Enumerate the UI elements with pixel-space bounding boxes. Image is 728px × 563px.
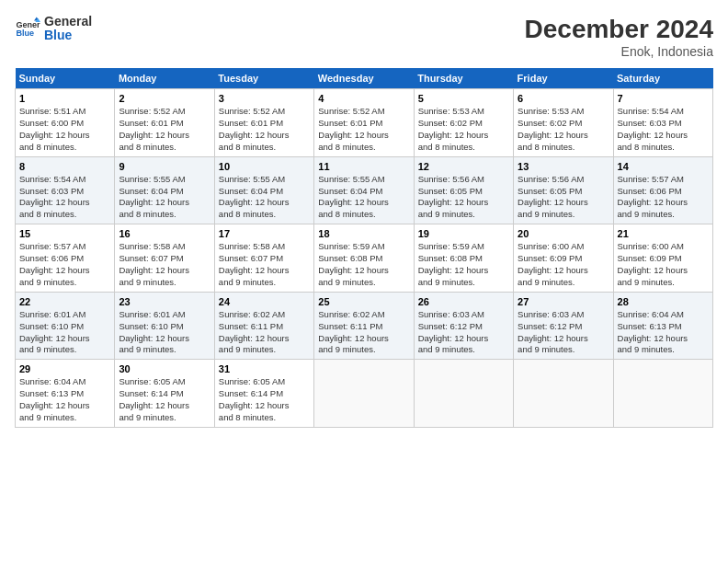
- header-tuesday: Tuesday: [214, 68, 313, 89]
- day-info: Sunrise: 6:02 AM Sunset: 6:11 PM Dayligh…: [219, 309, 310, 356]
- week-row-3: 15Sunrise: 5:57 AM Sunset: 6:06 PM Dayli…: [16, 224, 713, 293]
- day-number: 2: [119, 92, 210, 105]
- day-number: 19: [418, 227, 509, 240]
- day-number: 7: [618, 92, 709, 105]
- logo-blue: Blue: [44, 29, 92, 42]
- header-wednesday: Wednesday: [314, 68, 414, 89]
- day-cell: 22Sunrise: 6:01 AM Sunset: 6:10 PM Dayli…: [16, 292, 115, 360]
- day-info: Sunrise: 6:03 AM Sunset: 6:12 PM Dayligh…: [418, 309, 509, 356]
- day-info: Sunrise: 6:02 AM Sunset: 6:11 PM Dayligh…: [318, 309, 409, 356]
- day-cell: 1Sunrise: 5:51 AM Sunset: 6:00 PM Daylig…: [16, 89, 115, 157]
- day-number: 26: [418, 295, 509, 308]
- day-info: Sunrise: 5:54 AM Sunset: 6:03 PM Dayligh…: [19, 174, 110, 221]
- day-info: Sunrise: 6:01 AM Sunset: 6:10 PM Dayligh…: [19, 309, 110, 356]
- day-cell: [414, 360, 513, 428]
- day-number: 6: [518, 92, 609, 105]
- day-cell: 6Sunrise: 5:53 AM Sunset: 6:02 PM Daylig…: [514, 89, 613, 157]
- week-row-4: 22Sunrise: 6:01 AM Sunset: 6:10 PM Dayli…: [16, 292, 713, 360]
- day-number: 15: [19, 227, 110, 240]
- day-info: Sunrise: 6:04 AM Sunset: 6:13 PM Dayligh…: [19, 376, 110, 423]
- header-friday: Friday: [514, 68, 613, 89]
- day-number: 16: [119, 227, 210, 240]
- calendar-table: SundayMondayTuesdayWednesdayThursdayFrid…: [15, 68, 713, 428]
- page: General Blue General Blue December 2024 …: [0, 0, 728, 563]
- header-sunday: Sunday: [16, 68, 115, 89]
- day-cell: 29Sunrise: 6:04 AM Sunset: 6:13 PM Dayli…: [16, 360, 115, 428]
- day-cell: 18Sunrise: 5:59 AM Sunset: 6:08 PM Dayli…: [314, 224, 414, 293]
- day-cell: 11Sunrise: 5:55 AM Sunset: 6:04 PM Dayli…: [314, 156, 414, 224]
- day-cell: 3Sunrise: 5:52 AM Sunset: 6:01 PM Daylig…: [214, 89, 313, 157]
- svg-text:Blue: Blue: [16, 29, 34, 39]
- week-row-2: 8Sunrise: 5:54 AM Sunset: 6:03 PM Daylig…: [16, 156, 713, 224]
- day-number: 10: [219, 160, 310, 173]
- day-number: 23: [119, 295, 210, 308]
- day-number: 24: [219, 295, 310, 308]
- day-cell: 19Sunrise: 5:59 AM Sunset: 6:08 PM Dayli…: [414, 224, 513, 293]
- day-info: Sunrise: 5:59 AM Sunset: 6:08 PM Dayligh…: [418, 241, 509, 288]
- day-info: Sunrise: 6:00 AM Sunset: 6:09 PM Dayligh…: [618, 241, 709, 288]
- header-thursday: Thursday: [414, 68, 513, 89]
- logo-icon: General Blue: [15, 16, 40, 41]
- day-cell: 2Sunrise: 5:52 AM Sunset: 6:01 PM Daylig…: [115, 89, 214, 157]
- day-number: 3: [219, 92, 310, 105]
- day-number: 14: [618, 160, 709, 173]
- day-cell: 27Sunrise: 6:03 AM Sunset: 6:12 PM Dayli…: [514, 292, 613, 360]
- week-row-5: 29Sunrise: 6:04 AM Sunset: 6:13 PM Dayli…: [16, 360, 713, 428]
- day-cell: 12Sunrise: 5:56 AM Sunset: 6:05 PM Dayli…: [414, 156, 513, 224]
- title-block: December 2024 Enok, Indonesia: [525, 15, 713, 59]
- day-info: Sunrise: 5:54 AM Sunset: 6:03 PM Dayligh…: [618, 106, 709, 153]
- day-info: Sunrise: 5:56 AM Sunset: 6:05 PM Dayligh…: [418, 174, 509, 221]
- day-cell: 24Sunrise: 6:02 AM Sunset: 6:11 PM Dayli…: [214, 292, 313, 360]
- day-cell: 28Sunrise: 6:04 AM Sunset: 6:13 PM Dayli…: [613, 292, 712, 360]
- day-number: 17: [219, 227, 310, 240]
- day-number: 30: [119, 362, 210, 375]
- day-number: 9: [119, 160, 210, 173]
- day-number: 21: [618, 227, 709, 240]
- header: General Blue General Blue December 2024 …: [15, 15, 713, 59]
- day-info: Sunrise: 5:58 AM Sunset: 6:07 PM Dayligh…: [219, 241, 310, 288]
- day-cell: 20Sunrise: 6:00 AM Sunset: 6:09 PM Dayli…: [514, 224, 613, 293]
- day-info: Sunrise: 5:55 AM Sunset: 6:04 PM Dayligh…: [318, 174, 409, 221]
- day-cell: [514, 360, 613, 428]
- week-row-1: 1Sunrise: 5:51 AM Sunset: 6:00 PM Daylig…: [16, 89, 713, 157]
- day-info: Sunrise: 6:01 AM Sunset: 6:10 PM Dayligh…: [119, 309, 210, 356]
- day-cell: 8Sunrise: 5:54 AM Sunset: 6:03 PM Daylig…: [16, 156, 115, 224]
- day-info: Sunrise: 6:00 AM Sunset: 6:09 PM Dayligh…: [518, 241, 609, 288]
- day-cell: 23Sunrise: 6:01 AM Sunset: 6:10 PM Dayli…: [115, 292, 214, 360]
- day-info: Sunrise: 6:04 AM Sunset: 6:13 PM Dayligh…: [618, 309, 709, 356]
- day-number: 25: [318, 295, 409, 308]
- day-cell: 30Sunrise: 6:05 AM Sunset: 6:14 PM Dayli…: [115, 360, 214, 428]
- day-info: Sunrise: 5:51 AM Sunset: 6:00 PM Dayligh…: [19, 106, 110, 153]
- day-cell: 4Sunrise: 5:52 AM Sunset: 6:01 PM Daylig…: [314, 89, 414, 157]
- day-cell: 16Sunrise: 5:58 AM Sunset: 6:07 PM Dayli…: [115, 224, 214, 293]
- day-cell: 26Sunrise: 6:03 AM Sunset: 6:12 PM Dayli…: [414, 292, 513, 360]
- day-info: Sunrise: 5:57 AM Sunset: 6:06 PM Dayligh…: [19, 241, 110, 288]
- day-info: Sunrise: 6:05 AM Sunset: 6:14 PM Dayligh…: [219, 376, 310, 423]
- header-row: SundayMondayTuesdayWednesdayThursdayFrid…: [16, 68, 713, 89]
- day-info: Sunrise: 5:53 AM Sunset: 6:02 PM Dayligh…: [418, 106, 509, 153]
- day-number: 28: [618, 295, 709, 308]
- day-info: Sunrise: 5:58 AM Sunset: 6:07 PM Dayligh…: [119, 241, 210, 288]
- day-number: 13: [518, 160, 609, 173]
- day-cell: 10Sunrise: 5:55 AM Sunset: 6:04 PM Dayli…: [214, 156, 313, 224]
- day-cell: 13Sunrise: 5:56 AM Sunset: 6:05 PM Dayli…: [514, 156, 613, 224]
- day-cell: 7Sunrise: 5:54 AM Sunset: 6:03 PM Daylig…: [613, 89, 712, 157]
- day-number: 8: [19, 160, 110, 173]
- day-info: Sunrise: 5:52 AM Sunset: 6:01 PM Dayligh…: [119, 106, 210, 153]
- day-info: Sunrise: 5:53 AM Sunset: 6:02 PM Dayligh…: [518, 106, 609, 153]
- subtitle: Enok, Indonesia: [525, 44, 713, 59]
- logo-general: General: [44, 15, 92, 29]
- day-number: 18: [318, 227, 409, 240]
- day-cell: 17Sunrise: 5:58 AM Sunset: 6:07 PM Dayli…: [214, 224, 313, 293]
- day-cell: 15Sunrise: 5:57 AM Sunset: 6:06 PM Dayli…: [16, 224, 115, 293]
- day-number: 20: [518, 227, 609, 240]
- day-cell: [314, 360, 414, 428]
- day-number: 4: [318, 92, 409, 105]
- header-saturday: Saturday: [613, 68, 712, 89]
- day-info: Sunrise: 5:56 AM Sunset: 6:05 PM Dayligh…: [518, 174, 609, 221]
- day-number: 29: [19, 362, 110, 375]
- day-cell: 25Sunrise: 6:02 AM Sunset: 6:11 PM Dayli…: [314, 292, 414, 360]
- day-cell: 21Sunrise: 6:00 AM Sunset: 6:09 PM Dayli…: [613, 224, 712, 293]
- day-info: Sunrise: 5:52 AM Sunset: 6:01 PM Dayligh…: [318, 106, 409, 153]
- day-number: 27: [518, 295, 609, 308]
